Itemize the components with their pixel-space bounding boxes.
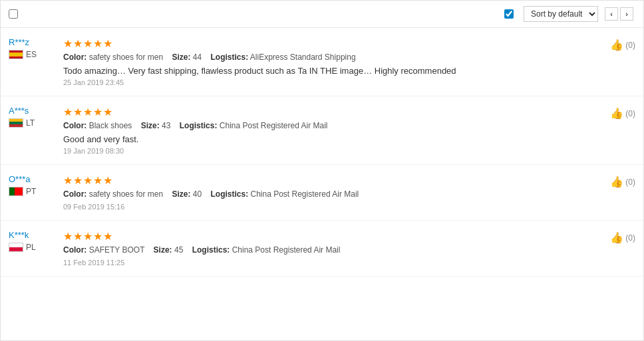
size-key: Size: [172, 53, 190, 62]
logistics-key: Logistics: [210, 189, 248, 199]
size-value: 40 [193, 189, 202, 199]
like-button[interactable]: 👍 (0) [610, 231, 635, 244]
reviews-list: R***z ES ★★★★★ Color: safety shoes for m… [1, 28, 643, 277]
translate-checkbox[interactable] [504, 9, 514, 19]
color-key: Color: [63, 245, 86, 255]
star-icon: ★ [73, 106, 82, 118]
reviewer-country: PL [9, 243, 55, 252]
thumbs-up-icon: 👍 [610, 107, 623, 120]
color-value: safety shoes for men [89, 53, 163, 62]
star-icon: ★ [73, 37, 82, 50]
logistics-key: Logistics: [210, 53, 248, 62]
reviewer-country: ES [9, 50, 55, 59]
star-icon: ★ [63, 106, 73, 118]
reviewer-info: A***s LT [9, 106, 55, 128]
reviewer-name: K***k [9, 230, 29, 240]
size-value: 45 [174, 245, 183, 255]
review-item: R***z ES ★★★★★ Color: safety shoes for m… [1, 28, 643, 96]
thumbs-up-icon: 👍 [610, 39, 623, 51]
sort-dropdown[interactable]: Sort by default [524, 6, 598, 22]
country-flag [9, 243, 23, 252]
star-icon: ★ [103, 37, 112, 50]
next-page-button[interactable]: › [620, 7, 633, 21]
reviewer-info: K***k PL [9, 230, 55, 252]
review-date: 25 Jan 2019 23:45 [63, 78, 594, 86]
color-value: safety shoes for men [89, 189, 163, 199]
star-icon: ★ [83, 230, 92, 243]
reviewer-name: O***a [9, 174, 31, 184]
country-flag [9, 187, 23, 196]
star-rating: ★★★★★ [63, 106, 594, 118]
like-count: (0) [625, 177, 635, 187]
color-key: Color: [63, 189, 86, 199]
size-key: Size: [154, 245, 172, 255]
size-value: 43 [162, 121, 170, 130]
prev-page-button[interactable]: ‹ [605, 7, 618, 21]
reviewer-country: PT [9, 187, 55, 196]
star-icon: ★ [73, 230, 82, 243]
star-icon: ★ [83, 106, 92, 118]
review-text: Good and very fast. [63, 134, 594, 144]
star-rating: ★★★★★ [63, 230, 594, 243]
like-button[interactable]: 👍 (0) [610, 107, 635, 120]
logistics-key: Logistics: [180, 121, 218, 130]
country-code: PL [26, 243, 36, 252]
review-meta: Color: safety shoes for men Size: 40 Log… [63, 189, 594, 199]
star-icon: ★ [93, 174, 102, 187]
country-filter-checkbox[interactable] [9, 9, 18, 19]
review-item: A***s LT ★★★★★ Color: Black shoes Size: … [1, 96, 643, 165]
size-key: Size: [172, 189, 190, 199]
star-icon: ★ [83, 37, 92, 50]
logistics-value: AliExpress Standard Shipping [250, 53, 356, 62]
country-code: PT [26, 187, 36, 196]
logistics-key: Logistics: [192, 245, 230, 255]
controls-section: Sort by default ‹ › [504, 6, 635, 22]
translate-section [504, 9, 517, 19]
thumbs-up-icon: 👍 [610, 231, 623, 244]
star-icon: ★ [63, 230, 73, 243]
reviews-header: Sort by default ‹ › [1, 1, 643, 28]
review-meta: Color: Black shoes Size: 43 Logistics: C… [63, 121, 594, 130]
logistics-value: China Post Registered Air Mail [220, 121, 328, 130]
country-code: ES [26, 50, 37, 59]
star-icon: ★ [63, 174, 73, 187]
star-icon: ★ [93, 230, 102, 243]
logistics-value: China Post Registered Air Mail [250, 189, 359, 199]
reviewer-name: R***z [9, 37, 29, 47]
size-key: Size: [141, 121, 160, 130]
size-value: 44 [193, 53, 202, 62]
star-icon: ★ [73, 174, 82, 187]
like-button[interactable]: 👍 (0) [610, 175, 635, 188]
reviewer-info: O***a PT [9, 174, 55, 196]
like-area: 👍 (0) [602, 174, 635, 188]
review-date: 19 Jan 2019 08:30 [63, 147, 594, 155]
reviewer-info: R***z ES [9, 37, 55, 59]
star-icon: ★ [93, 106, 102, 118]
thumbs-up-icon: 👍 [610, 175, 623, 188]
logistics-value: China Post Registered Air Mail [232, 245, 341, 255]
color-value: Black shoes [89, 121, 132, 130]
review-content: ★★★★★ Color: Black shoes Size: 43 Logist… [55, 106, 602, 155]
like-area: 👍 (0) [602, 230, 635, 244]
star-icon: ★ [83, 174, 92, 187]
review-content: ★★★★★ Color: safety shoes for men Size: … [55, 174, 602, 211]
like-button[interactable]: 👍 (0) [610, 39, 635, 51]
review-text: Todo amazing… Very fast shipping, flawle… [63, 66, 594, 76]
review-content: ★★★★★ Color: safety shoes for men Size: … [55, 37, 602, 86]
review-content: ★★★★★ Color: SAFETY BOOT Size: 45 Logist… [55, 230, 602, 267]
color-key: Color: [63, 53, 86, 62]
reviewer-name: A***s [9, 106, 29, 116]
star-rating: ★★★★★ [63, 37, 594, 50]
like-area: 👍 (0) [602, 37, 635, 51]
review-meta: Color: SAFETY BOOT Size: 45 Logistics: C… [63, 245, 594, 255]
star-icon: ★ [93, 37, 102, 50]
review-date: 09 Feb 2019 15:16 [63, 203, 594, 211]
star-icon: ★ [103, 230, 112, 243]
color-value: SAFETY BOOT [89, 245, 145, 255]
country-flag [9, 118, 23, 128]
review-meta: Color: safety shoes for men Size: 44 Log… [63, 53, 594, 62]
star-icon: ★ [63, 37, 73, 50]
like-count: (0) [625, 109, 635, 118]
star-icon: ★ [103, 174, 112, 187]
country-flag [9, 50, 23, 59]
